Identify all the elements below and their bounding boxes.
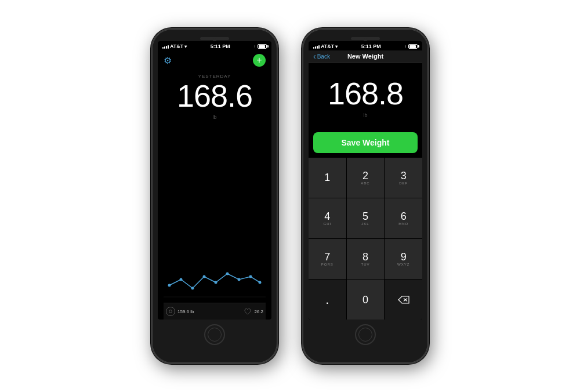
wifi-icon: ▾ [184,44,187,49]
phone-2: AT&T ▾ 5:11 PM ↑ ‹ Back New Weight 168.8… [302,28,429,364]
time-display-phone2: 5:11 PM [361,43,381,49]
weight-display-area: 168.8 lb [309,63,422,132]
key-6[interactable]: 6 MNO [385,198,422,238]
bmi-stat: 26.2 [244,307,263,315]
home-button-phone2[interactable] [355,324,376,345]
home-button-phone1[interactable] [204,324,225,345]
unit-label-phone2: lb [363,112,367,118]
add-entry-button[interactable]: + [253,54,266,67]
phone1-app-content: ⚙ + YESTERDAY 168.6 lb [158,50,271,320]
svg-point-6 [238,278,241,281]
target-icon [166,307,175,316]
carrier-label: AT&T [170,43,183,49]
battery-icon [258,44,267,49]
phone1-screen: AT&T ▾ 5:11 PM ↑ ⚙ + YESTERDAY 168.6 lb [158,41,271,320]
svg-point-0 [168,284,171,287]
svg-point-3 [203,275,206,278]
svg-point-2 [191,287,194,290]
key-1[interactable]: 1 [309,158,346,198]
wifi-icon-2: ▾ [335,44,338,49]
bottom-stats-bar: 159.6 lb 26.2 [164,303,266,320]
save-weight-button[interactable]: Save Weight [313,132,418,153]
status-left: AT&T ▾ [162,43,187,49]
numeric-keypad: 1 2 ABC 3 DEF 4 GHI 5 JKL 6 MNO [309,158,422,320]
status-right-2: ↑ [404,44,418,49]
delete-icon [398,296,409,304]
battery-icon-2 [408,44,418,49]
navigation-bar: ‹ Back New Weight [309,50,422,63]
arrow-icon-2: ↑ [404,44,407,49]
key-0[interactable]: 0 [347,280,385,320]
key-3[interactable]: 3 DEF [385,158,422,198]
svg-point-4 [215,281,217,284]
status-right: ↑ [253,44,267,49]
back-button[interactable]: ‹ Back [313,52,330,61]
health-icon [244,307,252,315]
key-9[interactable]: 9 WXYZ [385,239,422,279]
weight-display-phone1: 168.6 [164,79,266,113]
weight-display-phone2: 168.8 [328,77,403,111]
arrow-icon: ↑ [253,44,256,49]
time-display-phone1: 5:11 PM [211,43,230,49]
back-chevron-icon: ‹ [313,52,316,61]
svg-point-5 [226,273,229,275]
back-label: Back [317,53,330,60]
status-left-2: AT&T ▾ [313,43,338,49]
svg-point-7 [249,275,252,278]
unit-label-phone1: lb [164,114,266,120]
nav-title: New Weight [347,53,383,60]
key-2[interactable]: 2 ABC [347,158,385,198]
settings-icon[interactable]: ⚙ [164,55,172,66]
home-button-ring [208,328,222,342]
weight-stat: 159.6 lb [166,307,194,316]
status-bar-phone1: AT&T ▾ 5:11 PM ↑ [158,41,271,50]
phone2-screen: AT&T ▾ 5:11 PM ↑ ‹ Back New Weight 168.8… [309,41,422,320]
key-8[interactable]: 8 TUV [347,239,385,279]
weight-stat-value: 159.6 lb [177,309,194,314]
status-bar-phone2: AT&T ▾ 5:11 PM ↑ [309,41,422,50]
key-7[interactable]: 7 PQRS [309,239,346,279]
top-bar: ⚙ + [164,54,266,67]
key-delete[interactable] [385,280,422,320]
svg-point-8 [259,281,262,284]
key-dot[interactable]: . [309,280,346,320]
key-5[interactable]: 5 JKL [347,198,385,238]
signal-bars [162,44,169,49]
bmi-stat-value: 26.2 [254,309,263,314]
weight-chart [164,125,266,303]
carrier-label-2: AT&T [321,43,334,49]
key-4[interactable]: 4 GHI [309,198,346,238]
signal-bars-2 [313,44,320,49]
phone-1: AT&T ▾ 5:11 PM ↑ ⚙ + YESTERDAY 168.6 lb [151,28,278,364]
svg-point-1 [180,278,183,281]
home-button-ring-2 [358,328,372,342]
